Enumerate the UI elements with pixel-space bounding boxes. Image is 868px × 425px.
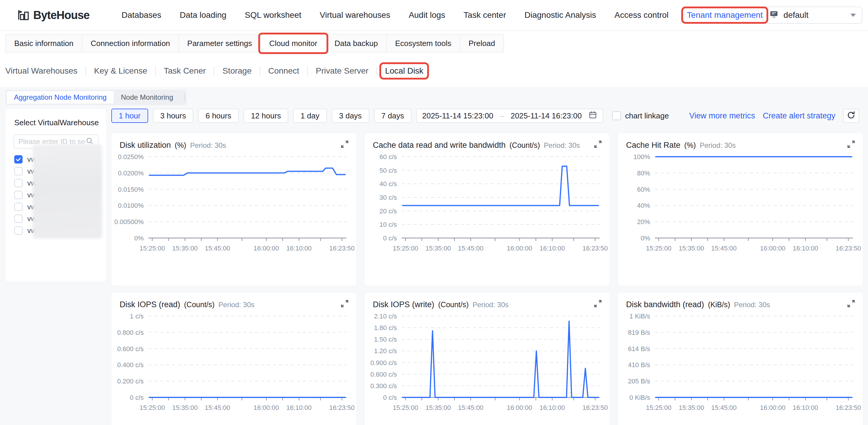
svg-text:30 c/s: 30 c/s: [379, 194, 397, 201]
chart-unit: (%): [684, 141, 696, 150]
svg-text:15:45:00: 15:45:00: [711, 404, 737, 411]
chart-header: Disk utilization(%)Period: 30s: [111, 133, 356, 150]
expand-icon[interactable]: [846, 139, 856, 149]
svg-text:0%: 0%: [134, 234, 144, 242]
svg-text:0 c/s: 0 c/s: [130, 394, 144, 401]
svg-text:20 c/s: 20 c/s: [379, 207, 397, 215]
warehouse-checkbox[interactable]: [14, 203, 23, 211]
svg-text:16:00:00: 16:00:00: [507, 244, 532, 252]
create-alert-strategy-link[interactable]: Create alert strategy: [763, 111, 835, 121]
svg-text:15:35:00: 15:35:00: [172, 404, 198, 411]
svg-text:0.800 c/s: 0.800 c/s: [117, 329, 144, 336]
range-button-6-hours[interactable]: 6 hours: [198, 109, 239, 123]
svg-text:15:35:00: 15:35:00: [425, 404, 451, 411]
series-line: [403, 166, 598, 205]
svg-text:15:25:00: 15:25:00: [140, 404, 165, 411]
chart-title: Cache data read and write bandwidth: [373, 141, 505, 150]
workspace-name: default: [783, 10, 808, 20]
range-button-3-hours[interactable]: 3 hours: [153, 109, 193, 123]
svg-text:15:35:00: 15:35:00: [679, 404, 704, 411]
chart-unit: (Count/s): [184, 300, 215, 309]
expand-icon[interactable]: [593, 139, 602, 149]
monitor-content: Aggregation Node MonitoringNode Monitori…: [0, 87, 868, 425]
svg-text:10 c/s: 10 c/s: [379, 221, 397, 228]
warehouse-checkbox[interactable]: [14, 215, 23, 223]
warehouse-checkbox[interactable]: [14, 191, 23, 199]
range-button-1-day[interactable]: 1 day: [293, 109, 327, 123]
tab-parameter-settings[interactable]: Parameter settings: [178, 34, 261, 53]
range-button-7-days[interactable]: 7 days: [374, 109, 412, 123]
chart-plot-disk-iops-write: 2.10 c/s1.80 c/s1.50 c/s1.20 c/s0.900 c/…: [365, 313, 610, 425]
expand-icon[interactable]: [846, 299, 856, 308]
warehouse-checkbox[interactable]: [14, 167, 23, 175]
refresh-button[interactable]: [843, 109, 859, 123]
topnav-item-task-center[interactable]: Task center: [464, 10, 506, 20]
svg-text:0.0100%: 0.0100%: [118, 202, 144, 209]
date-from: 2025-11-14 15:23:00: [422, 111, 493, 121]
warehouse-checkbox[interactable]: [14, 179, 23, 187]
svg-text:16:23:50: 16:23:50: [582, 244, 608, 252]
monitor-tab-node-monitoring[interactable]: Node Monitoring: [114, 91, 180, 104]
tab-preload[interactable]: Preload: [460, 34, 504, 53]
monitor-tab-aggregation-node-monitoring[interactable]: Aggregation Node Monitoring: [7, 91, 114, 104]
chart-plot-disk-utilization: 0.0250%0.0200%0.0150%0.0100%0.00500%0%15…: [111, 154, 356, 286]
tab-ecosystem-tools[interactable]: Ecosystem tools: [386, 34, 460, 53]
tab-data-backup[interactable]: Data backup: [326, 34, 387, 53]
divider: [214, 66, 214, 75]
subnav-item-key-license[interactable]: Key & License: [94, 66, 147, 76]
series-line: [149, 168, 345, 175]
topnav-item-access-control[interactable]: Access control: [615, 10, 669, 20]
chart-card-cache-hit-rate: Cache Hit Rate(%)Period: 30s100%80%60%40…: [618, 133, 863, 286]
svg-text:16:23:50: 16:23:50: [582, 404, 608, 411]
topnav-item-diagnostic-analysis[interactable]: Diagnostic Analysis: [525, 10, 596, 20]
chart-title: Disk IOPS (read): [120, 300, 180, 309]
topnav-item-virtual-warehouses[interactable]: Virtual warehouses: [320, 10, 390, 20]
expand-icon[interactable]: [340, 139, 349, 149]
chart-linkage-toggle[interactable]: chart linkage: [612, 111, 669, 121]
chart-toolbar: 1 hour3 hours6 hours12 hours1 day3 days7…: [111, 109, 859, 123]
warehouse-checkbox[interactable]: [14, 155, 23, 164]
subnav-item-virtual-warehouses[interactable]: Virtual Warehouses: [5, 66, 78, 76]
range-button-1-hour[interactable]: 1 hour: [111, 109, 148, 123]
range-button-3-days[interactable]: 3 days: [332, 109, 369, 123]
subnav-item-storage[interactable]: Storage: [222, 66, 251, 76]
svg-text:0.00500%: 0.00500%: [114, 218, 144, 226]
top-nav: ByteHouse DatabasesData loadingSQL works…: [0, 0, 868, 31]
date-range-picker[interactable]: 2025-11-14 15:23:00 – 2025-11-14 16:23:0…: [416, 109, 603, 123]
expand-icon[interactable]: [340, 299, 349, 308]
subnav-item-local-disk[interactable]: Local Disk: [385, 66, 423, 76]
calendar-icon: [588, 110, 597, 121]
svg-text:0.0250%: 0.0250%: [118, 154, 144, 161]
expand-icon[interactable]: [593, 299, 602, 308]
svg-text:15:45:00: 15:45:00: [711, 244, 737, 252]
bytehouse-logo[interactable]: ByteHouse: [16, 8, 90, 23]
svg-text:16:00:00: 16:00:00: [760, 244, 785, 252]
topnav-item-tenant-management[interactable]: Tenant management: [687, 10, 763, 20]
svg-text:15:35:00: 15:35:00: [679, 244, 704, 252]
tenant-tabs: Basic informationConnection informationP…: [0, 31, 868, 55]
tab-basic-information[interactable]: Basic information: [5, 34, 82, 53]
svg-text:1 KiB/s: 1 KiB/s: [629, 313, 650, 320]
view-more-metrics-link[interactable]: View more metrics: [689, 111, 755, 121]
chart-linkage-checkbox[interactable]: [612, 111, 621, 120]
warehouse-checkbox[interactable]: [14, 226, 23, 235]
chart-period: Period: 30s: [700, 141, 736, 150]
topnav-item-data-loading[interactable]: Data loading: [180, 10, 226, 20]
workspace-selector[interactable]: default: [763, 6, 862, 24]
svg-text:205 B/s: 205 B/s: [628, 378, 650, 385]
tab-connection-information[interactable]: Connection information: [82, 34, 179, 53]
time-range-buttons: 1 hour3 hours6 hours12 hours1 day3 days7…: [111, 109, 411, 123]
range-button-12-hours[interactable]: 12 hours: [243, 109, 288, 123]
subnav-item-private-server[interactable]: Private Server: [316, 66, 368, 76]
subnav-item-connect[interactable]: Connect: [268, 66, 299, 76]
topnav-item-sql-worksheet[interactable]: SQL worksheet: [245, 10, 301, 20]
topnav-item-audit-logs[interactable]: Audit logs: [409, 10, 445, 20]
svg-text:16:23:50: 16:23:50: [329, 244, 355, 252]
chart-unit: (KiB/s): [708, 300, 730, 309]
subnav-item-task-cener[interactable]: Task Cener: [164, 66, 206, 76]
svg-text:819 B/s: 819 B/s: [628, 329, 650, 336]
tab-cloud-monitor[interactable]: Cloud monitor: [260, 34, 326, 53]
svg-text:16:23:50: 16:23:50: [329, 404, 355, 411]
topnav-item-databases[interactable]: Databases: [122, 10, 161, 20]
svg-text:40%: 40%: [637, 202, 650, 209]
